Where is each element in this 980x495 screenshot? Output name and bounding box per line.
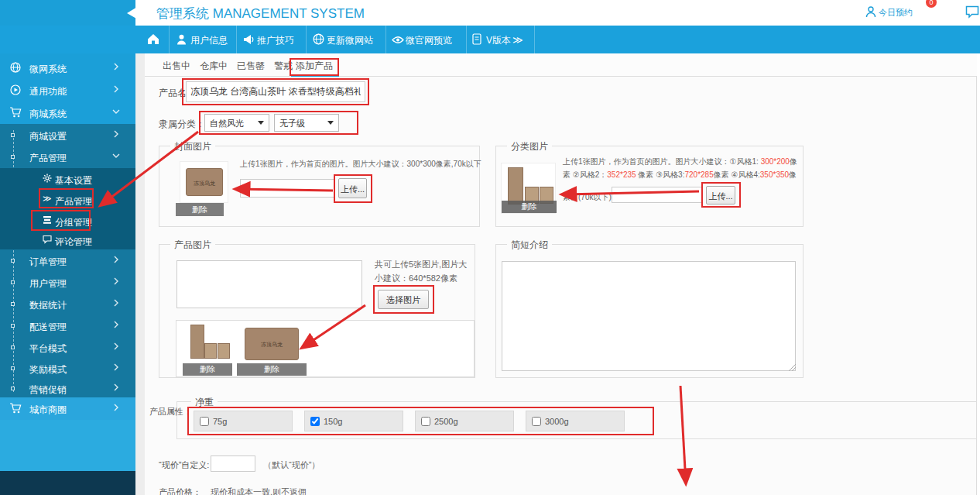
hint-size-red: 352*235 (607, 170, 636, 179)
play-circle-icon (10, 84, 21, 95)
hint-text: 上传1张图片，作为首页的图片。图片大小建议：①风格1: (563, 157, 761, 166)
tree-dot (11, 259, 15, 263)
nav-item-label: 推广技巧 (257, 34, 294, 47)
sidebar-item-label: 评论管理 (55, 235, 92, 249)
nav-item-label: V版本 (486, 34, 511, 47)
top-navbar: 用户信息 推广技巧 更新微网站 微官网预览 (0, 26, 980, 53)
weight-option-3000g[interactable]: 3000g (526, 411, 625, 431)
category-upload-button[interactable]: 上传... (706, 186, 735, 205)
sidebar-item-basic-settings[interactable]: 基本设置 (0, 170, 135, 190)
tree-dot (11, 324, 15, 328)
product-thumb-delete-button[interactable]: 删除 (183, 363, 232, 376)
category-select-2[interactable]: 无子级 (274, 114, 339, 132)
double-chevron-icon: ≫ (512, 34, 523, 46)
weight-checkbox[interactable] (532, 417, 541, 426)
sidebar-item-data-statistics[interactable]: 数据统计 (0, 293, 135, 315)
weight-option-label: 3000g (545, 417, 569, 426)
double-chevron-icon: ≫ (43, 194, 52, 204)
today-reservation[interactable]: 今日预约 (865, 6, 913, 19)
sidebar-item-label: 订单管理 (29, 256, 67, 269)
chat-bubble-icon[interactable] (965, 5, 979, 19)
weight-checkbox[interactable] (200, 417, 209, 426)
cart-icon (9, 403, 22, 414)
category-delete-button[interactable]: 删除 (502, 201, 557, 213)
product-images-legend: 产品图片 (170, 239, 215, 252)
chevron-right-icon (114, 363, 118, 371)
weight-option-150g[interactable]: 150g (304, 411, 403, 431)
choose-images-button[interactable]: 选择图片 (378, 290, 429, 309)
weight-checkbox[interactable] (421, 417, 430, 426)
chevron-right-icon (114, 130, 118, 138)
tab-add-product[interactable]: 添加产品 (296, 60, 333, 73)
category-select-1[interactable]: 自然风光 (204, 114, 269, 132)
sidebar-item-weiwang-system[interactable]: 微网系统 (0, 57, 135, 79)
category-file-input[interactable] (612, 187, 703, 203)
sidebar-item-order-management[interactable]: 订单管理 (0, 249, 135, 271)
sidebar-item-delivery-management[interactable]: 配送管理 (0, 315, 135, 336)
product-name-input[interactable] (186, 81, 365, 102)
version-doc-icon (472, 33, 481, 45)
product-attrs-label: 产品属性： (149, 406, 192, 418)
sidebar-item-city-mall[interactable]: 城市商圈 (0, 397, 135, 420)
tab-warning[interactable]: 警戒 (274, 60, 293, 73)
caret-down-icon (327, 121, 334, 125)
megaphone-icon (243, 34, 254, 45)
sidebar-item-label: 分组管理 (55, 216, 92, 229)
sidebar-item-mall-system[interactable]: 商城系统 (0, 101, 135, 124)
net-weight-legend: 净重 (191, 396, 218, 409)
tab-in-stock[interactable]: 仓库中 (200, 60, 228, 73)
custom-price-label: “现价”自定义: (159, 459, 209, 471)
sidebar-item-marketing-promotion[interactable]: 营销促销 (0, 377, 135, 397)
sidebar-item-label: 配送管理 (29, 321, 67, 334)
weight-option-2500g[interactable]: 2500g (415, 411, 514, 431)
cover-file-input[interactable] (240, 179, 334, 198)
cover-upload-button[interactable]: 上传... (338, 178, 367, 198)
custom-price-input[interactable] (211, 455, 255, 472)
chevron-down-icon (112, 109, 120, 114)
sidebar-item-user-management[interactable]: 用户管理 (0, 271, 135, 293)
sidebar-item-reward-mode[interactable]: 奖励模式 (0, 357, 135, 379)
sidebar-item-label: 微网系统 (29, 63, 67, 76)
product-thumbnail-image (218, 343, 230, 359)
sidebar-item-product-management[interactable]: 产品管理 (0, 146, 135, 168)
resize-grip[interactable] (789, 364, 796, 371)
caret-down-icon (258, 121, 264, 125)
weight-option-75g[interactable]: 75g (194, 411, 293, 431)
sidebar-item-general-functions[interactable]: 通用功能 (0, 79, 135, 101)
sidebar-item-product-management-sub[interactable]: ≫ 产品管理 (0, 191, 135, 211)
layers-icon (43, 215, 52, 225)
today-reservation-label: 今日预约 (879, 8, 913, 17)
chevron-right-icon (114, 277, 118, 285)
short-intro-textarea[interactable] (502, 261, 796, 371)
custom-price-hint: （默认“现价”） (263, 459, 320, 471)
category-thumbnail-image (508, 167, 523, 205)
weight-option-label: 75g (213, 417, 227, 426)
eye-icon (392, 36, 404, 44)
sidebar-item-group-management[interactable]: 分组管理 (0, 211, 135, 232)
product-thumbnail: 删除 (183, 323, 232, 376)
nav-divider (534, 26, 535, 53)
sidebar-item-comment-management[interactable]: 评论管理 (0, 231, 135, 251)
product-thumbs-container: 删除 冻顶乌龙 删除 (176, 320, 475, 377)
weight-checkbox[interactable] (310, 417, 320, 426)
tea-box-label: 冻顶乌龙 (245, 341, 298, 349)
cover-upload-hint: 上传1张图片，作为首页的图片。图片大小建议：300*300像素,70k以下 (240, 159, 481, 170)
sidebar-item-label: 基本设置 (55, 174, 92, 187)
sidebar-item-mall-settings[interactable]: 商城设置 (0, 124, 135, 146)
admin-management-page: 微网系统 通用功能 商城系统 (0, 0, 980, 495)
nav-divider (236, 26, 237, 53)
tree-dot (11, 387, 15, 390)
category-thumbnail: 删除 (501, 163, 556, 214)
chevron-right-icon (114, 383, 118, 391)
sidebar-item-platform-mode[interactable]: 平台模式 (0, 336, 135, 358)
tab-sold-out[interactable]: 已售罄 (237, 60, 265, 73)
nav-home[interactable] (146, 26, 169, 53)
sidebar-item-label: 营销促销 (29, 383, 67, 397)
content-gutter (135, 53, 145, 495)
weight-option-label: 2500g (434, 417, 458, 426)
product-thumb-delete-button[interactable]: 删除 (237, 363, 307, 376)
globe-icon (313, 33, 324, 45)
cover-delete-button[interactable]: 删除 (176, 203, 224, 216)
sidebar-item-label: 平台模式 (29, 342, 67, 356)
tab-on-sale[interactable]: 出售中 (163, 60, 190, 73)
